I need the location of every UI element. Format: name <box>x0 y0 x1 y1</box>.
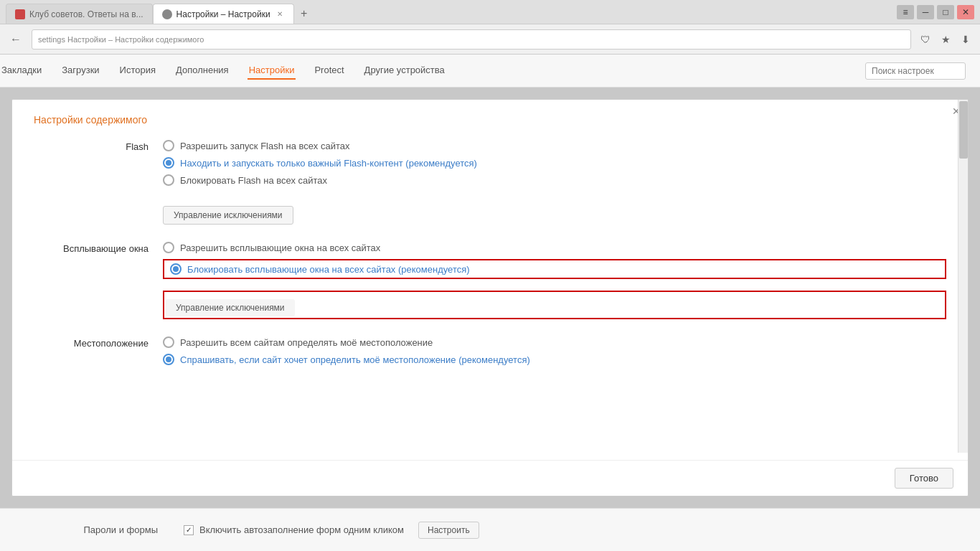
location-option-ask[interactable]: Спрашивать, если сайт хочет определить м… <box>163 354 946 365</box>
new-tab-button[interactable]: + <box>294 4 314 24</box>
location-radio-allow[interactable] <box>163 336 174 348</box>
checkbox-row: Включить автозаполнение форм одним клико… <box>184 522 479 539</box>
flash-important-label: Находить и запускать только важный Flash… <box>180 158 477 169</box>
autofill-checkbox[interactable] <box>184 525 194 535</box>
flash-option-important[interactable]: Находить и запускать только важный Flash… <box>163 157 946 169</box>
popup-block-label: Блокировать всплывающие окна на всех сай… <box>187 264 470 275</box>
tab-favicon-1 <box>15 9 25 19</box>
popup-radio-block[interactable] <box>170 263 182 275</box>
flash-radio-allow[interactable] <box>163 140 174 151</box>
address-text: settings Настройки – Настройки содержимо… <box>38 35 204 44</box>
flash-label: Flash <box>34 140 163 225</box>
nav-tab-history[interactable]: История <box>118 62 157 80</box>
done-button[interactable]: Готово <box>895 468 953 489</box>
popup-option-allow[interactable]: Разрешить всплывающие окна на всех сайта… <box>163 242 946 253</box>
popup-allow-label: Разрешить всплывающие окна на всех сайта… <box>180 242 380 253</box>
restore-button[interactable]: □ <box>937 5 954 19</box>
location-section: Местоположение Разрешить всем сайтам опр… <box>34 336 946 365</box>
bookmark-icon[interactable]: ★ <box>937 31 954 48</box>
flash-manage-btn[interactable]: Управление исключениями <box>163 206 293 225</box>
address-input[interactable]: settings Настройки – Настройки содержимо… <box>32 29 911 50</box>
location-allow-label: Разрешить всем сайтам определять моё мес… <box>180 337 433 348</box>
minimize-button[interactable]: ─ <box>917 5 934 19</box>
autofill-label: Включить автозаполнение форм одним клико… <box>199 524 404 535</box>
popups-section: Всплывающие окна Разрешить всплывающие о… <box>34 242 946 319</box>
popup-radio-allow[interactable] <box>163 242 174 253</box>
title-bar: Клуб советов. Ответы на в... Настройки –… <box>0 0 980 24</box>
tab-close-button[interactable]: ✕ <box>275 9 285 19</box>
autofill-settings-btn[interactable]: Настроить <box>418 522 479 539</box>
location-option-allow[interactable]: Разрешить всем сайтам определять моё мес… <box>163 336 946 348</box>
location-label: Местоположение <box>34 336 163 365</box>
flash-radio-block[interactable] <box>163 174 174 186</box>
popup-manage-btn-wrapper: Управление исключениями <box>163 291 946 319</box>
close-button[interactable]: ✕ <box>957 5 974 19</box>
tab-favicon-2 <box>162 9 172 19</box>
flash-options: Разрешить запуск Flash на всех сайтах На… <box>163 140 946 225</box>
tab-label-1: Клуб советов. Ответы на в... <box>29 9 143 19</box>
tab-active[interactable]: Настройки – Настройки ✕ <box>153 4 294 24</box>
search-settings-input[interactable] <box>865 62 966 80</box>
popups-label: Всплывающие окна <box>34 242 163 319</box>
window-controls: ≡ ─ □ ✕ <box>897 5 974 19</box>
settings-dialog: ✕ Настройки содержимого Flash Разрешить … <box>11 99 969 496</box>
download-icon[interactable]: ⬇ <box>957 31 974 48</box>
bottom-section: Пароли и формы Включить автозаполнение ф… <box>0 508 980 551</box>
address-bar: ← settings Настройки – Настройки содержи… <box>0 24 980 55</box>
popup-option-block-highlighted[interactable]: Блокировать всплывающие окна на всех сай… <box>163 259 946 279</box>
dialog-title: Настройки содержимого <box>34 114 946 126</box>
location-options: Разрешить всем сайтам определять моё мес… <box>163 336 946 365</box>
dialog-content: Настройки содержимого Flash Разрешить за… <box>12 100 968 460</box>
flash-radio-important[interactable] <box>163 157 174 169</box>
nav-tab-bookmarks[interactable]: Закладки <box>0 62 43 80</box>
flash-option-block[interactable]: Блокировать Flash на всех сайтах <box>163 174 946 186</box>
nav-tab-addons[interactable]: Дополнения <box>174 62 230 80</box>
popups-options: Разрешить всплывающие окна на всех сайта… <box>163 242 946 319</box>
tab-label-2: Настройки – Настройки <box>176 9 270 19</box>
nav-tab-protect[interactable]: Protect <box>313 62 345 80</box>
flash-allow-label: Разрешить запуск Flash на всех сайтах <box>180 141 349 151</box>
main-content: ✕ Настройки содержимого Flash Разрешить … <box>0 88 980 508</box>
shield-icon[interactable]: 🛡 <box>917 31 934 48</box>
flash-section: Flash Разрешить запуск Flash на всех сай… <box>34 140 946 225</box>
popup-manage-btn[interactable]: Управление исключениями <box>166 299 295 316</box>
menu-button[interactable]: ≡ <box>897 5 914 19</box>
nav-tab-downloads[interactable]: Загрузки <box>60 62 100 80</box>
tab-bar: Клуб советов. Ответы на в... Настройки –… <box>6 0 897 24</box>
flash-option-allow[interactable]: Разрешить запуск Flash на всех сайтах <box>163 140 946 151</box>
dialog-footer: Готово <box>12 460 968 496</box>
address-right-icons: 🛡 ★ ⬇ <box>917 31 974 48</box>
location-ask-label: Спрашивать, если сайт хочет определить м… <box>180 354 530 365</box>
nav-tabs: Закладки Загрузки История Дополнения Нас… <box>0 55 980 88</box>
search-settings[interactable] <box>865 62 966 80</box>
back-button[interactable]: ← <box>6 29 26 50</box>
browser-frame: Клуб советов. Ответы на в... Настройки –… <box>0 0 980 551</box>
scrollbar[interactable] <box>958 100 968 453</box>
bottom-bar-label: Пароли и формы <box>57 524 172 535</box>
scrollbar-thumb[interactable] <box>959 101 968 159</box>
tab-inactive[interactable]: Клуб советов. Ответы на в... <box>6 4 153 24</box>
nav-tab-settings[interactable]: Настройки <box>248 62 296 80</box>
flash-block-label: Блокировать Flash на всех сайтах <box>180 175 327 186</box>
nav-tab-other[interactable]: Другие устройства <box>363 62 446 80</box>
location-radio-ask[interactable] <box>163 354 174 365</box>
